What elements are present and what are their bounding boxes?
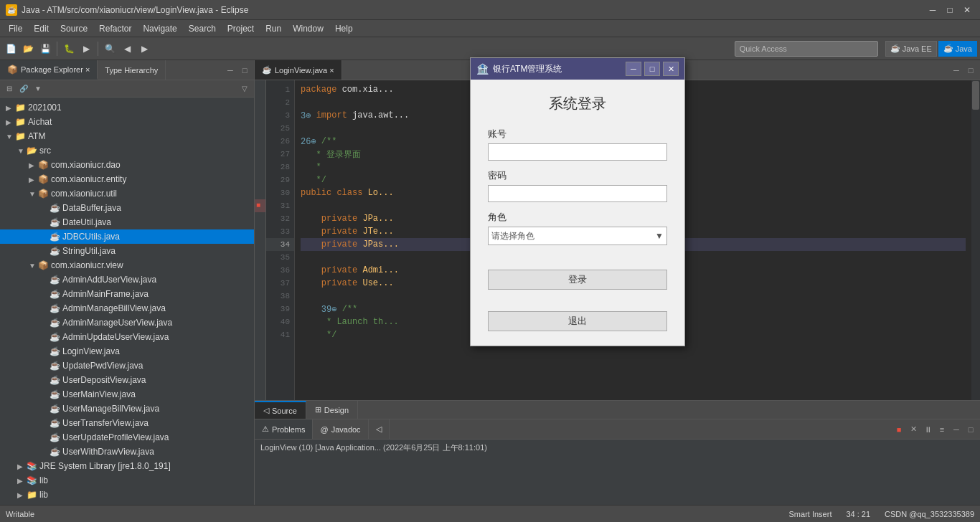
tree-item-userdeposit[interactable]: ▶ ☕ UserDepositView.java — [0, 373, 254, 387]
login-button[interactable]: 登录 — [488, 270, 667, 290]
close-button[interactable]: ✕ — [960, 3, 974, 17]
console-btn[interactable]: ≡ — [936, 423, 948, 436]
minimize-bottom[interactable]: ─ — [950, 423, 963, 436]
link-editor-btn[interactable]: 🔗 — [17, 82, 30, 95]
tree-item-updatepwd[interactable]: ▶ ☕ UpdatePwdView.java — [0, 359, 254, 373]
menu-search[interactable]: Search — [183, 20, 222, 37]
tree-item-2021001[interactable]: ▶ 📁 2021001 — [0, 100, 254, 115]
save-button[interactable]: 💾 — [37, 41, 53, 57]
new-button[interactable]: 📄 — [3, 41, 19, 57]
tree-item-userwithraw[interactable]: ▶ ☕ UserWithDrawView.java — [0, 445, 254, 459]
pause-btn[interactable]: ⏸ — [921, 423, 934, 436]
expand-26: 26⊕ — [301, 136, 316, 147]
maximize-bottom[interactable]: □ — [964, 423, 977, 436]
tree-item-adminupdateuser[interactable]: ▶ ☕ AdminUpdateUserView.java — [0, 330, 254, 344]
panel-menu-btn[interactable]: ▽ — [238, 82, 251, 95]
perspective-java[interactable]: ☕ Java — [938, 41, 977, 57]
label-util: com.xiaoniucr.util — [51, 189, 117, 199]
maximize-editor-btn[interactable]: □ — [964, 64, 977, 77]
menu-help[interactable]: Help — [329, 20, 359, 37]
perspective-java-ee[interactable]: ☕ Java EE — [885, 41, 937, 57]
debug-button[interactable]: 🐛 — [61, 41, 77, 57]
exit-button[interactable]: 退出 — [488, 311, 667, 331]
term-btn[interactable]: ✕ — [907, 423, 920, 436]
tree-item-lib[interactable]: ▶ 📁 lib — [0, 488, 254, 502]
kw-public-30: public class — [301, 188, 362, 198]
tree-item-loginview[interactable]: ▶ ☕ LoginView.java — [0, 344, 254, 359]
tree-item-usermain[interactable]: ▶ ☕ UserMainView.java — [0, 387, 254, 402]
tree-item-dao[interactable]: ▶ 📦 com.xiaoniucr.dao — [0, 158, 254, 172]
menu-source[interactable]: Source — [55, 20, 93, 37]
label-adminadduser: AdminAddUserView.java — [62, 275, 156, 285]
gutter-line — [255, 161, 265, 174]
password-input[interactable] — [488, 185, 667, 202]
menu-navigate[interactable]: Navigate — [137, 20, 182, 37]
tree-item-adminadduser[interactable]: ▶ ☕ AdminAddUserView.java — [0, 272, 254, 287]
minimize-panel-btn[interactable]: ─ — [224, 64, 237, 77]
line-39: 39 — [266, 303, 294, 315]
menu-project[interactable]: Project — [222, 20, 260, 37]
tab-type-hierarchy[interactable]: Type Hierarchy — [98, 60, 166, 80]
account-input[interactable] — [488, 143, 667, 161]
bottom-tab-problems[interactable]: ⚠ Problems — [255, 419, 313, 439]
comment-27: * 登录界面 — [301, 148, 361, 161]
stop-btn[interactable]: ■ — [892, 423, 905, 436]
search-btn[interactable]: 🔍 — [102, 41, 118, 57]
quick-access-box[interactable]: Quick Access — [735, 41, 878, 57]
forward-btn[interactable]: ▶ — [136, 41, 152, 57]
dialog-restore-btn[interactable]: □ — [644, 62, 660, 76]
dialog-account-section: 账号 — [488, 128, 667, 161]
menu-refactor[interactable]: Refactor — [93, 20, 137, 37]
icon-atm: 📁 — [15, 131, 26, 141]
tab-design[interactable]: ⊞ Design — [306, 401, 358, 419]
minimize-editor-btn[interactable]: ─ — [950, 64, 963, 77]
tree-item-userupdateprofile[interactable]: ▶ ☕ UserUpdateProfileView.java — [0, 430, 254, 445]
tree-item-atm[interactable]: ▼ 📁 ATM — [0, 129, 254, 143]
tree-item-util[interactable]: ▼ 📦 com.xiaoniucr.util — [0, 186, 254, 201]
tree-item-view[interactable]: ▼ 📦 com.xiaoniucr.view — [0, 258, 254, 272]
tree-item-dateutil[interactable]: ▶ ☕ DateUtil.java — [0, 215, 254, 229]
tree-item-adminmainframe[interactable]: ▶ ☕ AdminMainFrame.java — [0, 287, 254, 301]
tab-source[interactable]: ◁ Source — [255, 401, 306, 419]
tree-item-usertransfer[interactable]: ▶ ☕ UserTransferView.java — [0, 416, 254, 430]
tree-item-adminmanagebill[interactable]: ▶ ☕ AdminManageBillView.java — [0, 301, 254, 315]
tree-item-jre[interactable]: ▶ 📚 JRE System Library [jre1.8.0_191] — [0, 459, 254, 473]
editor-scrollbar[interactable] — [971, 80, 980, 400]
icon-stringutil: ☕ — [50, 246, 60, 256]
tree-item-entity[interactable]: ▶ 📦 com.xiaoniucr.entity — [0, 172, 254, 186]
tree-item-stringutil[interactable]: ▶ ☕ StringUtil.java — [0, 244, 254, 258]
dialog-close-btn[interactable]: ✕ — [663, 62, 679, 76]
tree-item-aichat[interactable]: ▶ 📁 Aichat — [0, 115, 254, 129]
bottom-tab-extra[interactable]: ◁ — [369, 419, 390, 439]
back-btn[interactable]: ◀ — [119, 41, 135, 57]
tree-item-usermanagebill[interactable]: ▶ ☕ UserManageBillView.java — [0, 402, 254, 416]
dialog-minimize-btn[interactable]: ─ — [626, 62, 641, 76]
gutter-line — [255, 174, 265, 186]
editor-tab-loginview[interactable]: ☕ LoginView.java × — [255, 60, 342, 80]
bottom-tab-javadoc[interactable]: @ Javadoc — [313, 419, 368, 439]
menu-file[interactable]: File — [3, 20, 28, 37]
kw-private-32: private — [321, 214, 357, 224]
open-button[interactable]: 📂 — [20, 41, 36, 57]
tree-item-src[interactable]: ▼ 📂 src — [0, 143, 254, 158]
tree-item-reflibs[interactable]: ▶ 📚 lib — [0, 473, 254, 488]
minimize-button[interactable]: ─ — [925, 3, 940, 17]
scrollbar-thumb[interactable] — [972, 81, 979, 110]
tree-item-jdbcutils[interactable]: ▶ ☕ JDBCUtils.java — [0, 229, 254, 244]
collapse-all-btn[interactable]: ⊟ — [3, 82, 16, 95]
tree-item-adminmanageuser[interactable]: ▶ ☕ AdminManageUserView.java — [0, 315, 254, 330]
class-name-30: Lo... — [368, 188, 394, 198]
dialog-spacer-2 — [488, 298, 667, 303]
tab-package-explorer[interactable]: 📦 Package Explorer × — [0, 60, 98, 80]
role-select[interactable]: 请选择角色 ▼ — [488, 227, 667, 245]
menu-run[interactable]: Run — [260, 20, 287, 37]
editor-gutter: ■ — [255, 80, 266, 400]
maximize-panel-btn[interactable]: □ — [238, 64, 251, 77]
menu-edit[interactable]: Edit — [28, 20, 55, 37]
maximize-button[interactable]: □ — [943, 3, 957, 17]
login-dialog[interactable]: 🏦 银行ATM管理系统 ─ □ ✕ 系统登录 账号 密码 角色 请选择角色 — [470, 57, 685, 346]
view-menu-btn[interactable]: ▼ — [32, 82, 44, 95]
run-button[interactable]: ▶ — [78, 41, 94, 57]
menu-window[interactable]: Window — [287, 20, 329, 37]
tree-item-databuffer[interactable]: ▶ ☕ DataBuffer.java — [0, 201, 254, 215]
